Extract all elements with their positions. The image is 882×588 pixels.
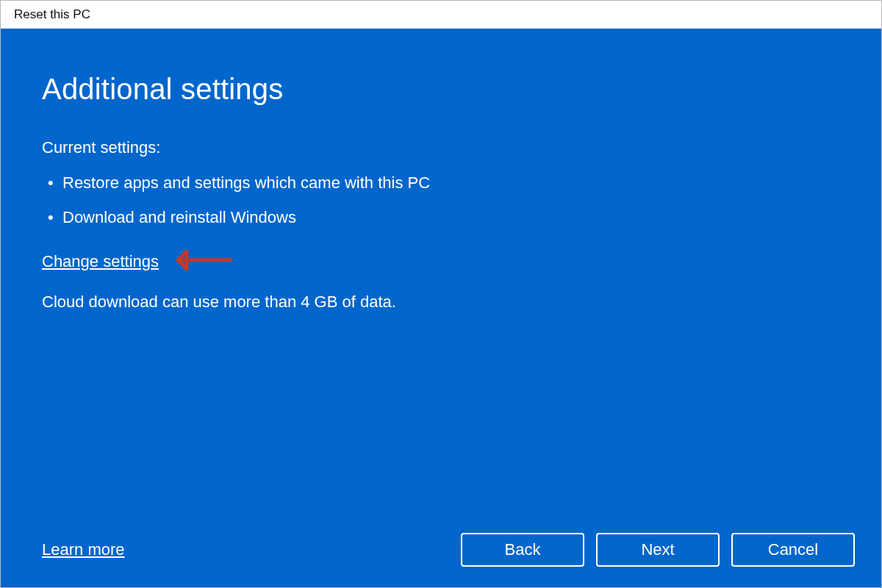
cancel-button[interactable]: Cancel: [731, 533, 855, 567]
change-settings-row: Change settings: [42, 245, 840, 278]
annotation-arrow-icon: [172, 245, 235, 278]
data-usage-warning: Cloud download can use more than 4 GB of…: [42, 293, 840, 312]
list-item: Download and reinstall Windows: [42, 205, 840, 229]
settings-list: Restore apps and settings which came wit…: [42, 171, 840, 240]
dialog-content: Additional settings Current settings: Re…: [1, 29, 881, 587]
window-title: Reset this PC: [14, 7, 90, 22]
list-item: Restore apps and settings which came wit…: [42, 171, 840, 195]
dialog-window: Reset this PC Additional settings Curren…: [0, 0, 882, 588]
next-button[interactable]: Next: [596, 533, 720, 567]
learn-more-link[interactable]: Learn more: [42, 540, 125, 559]
titlebar: Reset this PC: [1, 1, 881, 29]
dialog-footer: Learn more Back Next Cancel: [42, 533, 855, 567]
current-settings-label: Current settings:: [42, 138, 840, 157]
button-row: Back Next Cancel: [461, 533, 855, 567]
page-heading: Additional settings: [42, 73, 840, 106]
back-button[interactable]: Back: [461, 533, 584, 567]
change-settings-link[interactable]: Change settings: [42, 252, 159, 271]
